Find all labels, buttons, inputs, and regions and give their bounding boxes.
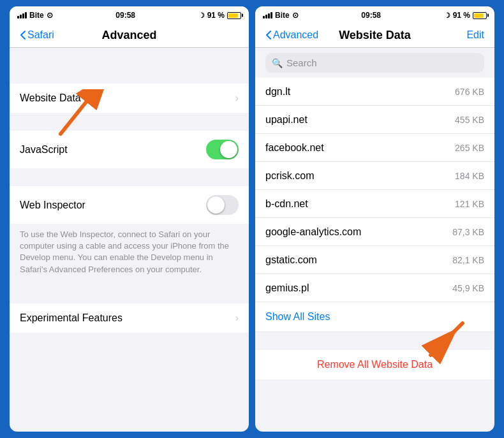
- website-size-0: 676 KB: [455, 87, 484, 97]
- website-row[interactable]: gemius.pl 45,9 KB: [255, 274, 494, 302]
- website-size-6: 82,1 KB: [452, 255, 484, 265]
- website-size-2: 265 KB: [455, 143, 484, 153]
- chevron-right-icon-website: ›: [235, 92, 239, 104]
- page-title-right: Website Data: [339, 29, 411, 42]
- website-data-row[interactable]: Website Data ›: [10, 84, 249, 113]
- website-size-7: 45,9 KB: [452, 283, 484, 293]
- website-name-3: pcrisk.com: [265, 170, 314, 182]
- remove-section: Remove All Website Data: [255, 350, 494, 379]
- edit-button[interactable]: Edit: [466, 29, 484, 41]
- signal-icon: [17, 12, 27, 18]
- website-name-7: gemius.pl: [265, 282, 309, 294]
- carrier-left: Bite: [29, 11, 44, 20]
- javascript-label: JavaScript: [20, 144, 68, 156]
- status-bar-left: Bite ⊙ 09:58 ☽ 91 %: [10, 6, 249, 24]
- moon-icon-left: ☽: [198, 11, 205, 20]
- battery-pct-left: 91 %: [207, 11, 225, 20]
- right-phone-panel: Bite ⊙ 09:58 ☽ 91 % Advanced Website Dat…: [255, 6, 494, 432]
- experimental-features-row[interactable]: Experimental Features ›: [10, 303, 249, 333]
- website-list: dgn.lt 676 KB upapi.net 455 KB facebook.…: [255, 78, 494, 432]
- website-name-4: b-cdn.net: [265, 198, 308, 210]
- website-row[interactable]: dgn.lt 676 KB: [255, 78, 494, 106]
- status-left: Bite ⊙: [17, 11, 53, 20]
- settings-group-experimental: Experimental Features ›: [10, 303, 249, 333]
- battery-icon-left: [227, 12, 241, 19]
- search-placeholder: Search: [286, 57, 317, 68]
- wifi-icon-left: ⊙: [47, 11, 53, 20]
- time-right: 09:58: [361, 11, 381, 20]
- moon-icon-right: ☽: [444, 11, 450, 20]
- search-bar-container: 🔍 Search: [255, 48, 494, 78]
- battery-pct-right: 91 %: [453, 11, 470, 20]
- website-row[interactable]: gstatic.com 82,1 KB: [255, 246, 494, 274]
- website-size-4: 121 KB: [455, 199, 484, 209]
- javascript-toggle[interactable]: [206, 140, 239, 159]
- remove-all-label[interactable]: Remove All Website Data: [317, 359, 433, 370]
- chevron-right-icon-experimental: ›: [235, 312, 239, 324]
- signal-icon-right: [263, 12, 272, 18]
- search-icon: 🔍: [272, 58, 283, 68]
- settings-content-left: Website Data › JavaScript Web Inspector: [10, 48, 249, 432]
- gap-right-bottom: [255, 332, 494, 350]
- back-label-right: Advanced: [273, 29, 318, 41]
- show-all-sites-row[interactable]: Show All Sites: [255, 302, 494, 332]
- website-size-1: 455 KB: [455, 115, 484, 125]
- website-row[interactable]: facebook.net 265 KB: [255, 134, 494, 162]
- web-inspector-toggle[interactable]: [206, 195, 239, 215]
- experimental-features-label: Experimental Features: [20, 312, 122, 324]
- show-all-sites-link[interactable]: Show All Sites: [265, 311, 330, 322]
- battery-icon-right: [473, 12, 487, 19]
- gap-mid1: [10, 113, 249, 131]
- website-name-1: upapi.net: [265, 114, 308, 126]
- website-row[interactable]: b-cdn.net 121 KB: [255, 190, 494, 218]
- website-name-6: gstatic.com: [265, 254, 317, 266]
- website-row[interactable]: upapi.net 455 KB: [255, 106, 494, 134]
- page-title-left: Advanced: [101, 29, 156, 42]
- back-button-right[interactable]: Advanced: [265, 29, 318, 41]
- website-name-0: dgn.lt: [265, 86, 290, 98]
- gap-mid3: [10, 286, 249, 303]
- website-size-3: 184 KB: [455, 171, 484, 181]
- website-row[interactable]: google-analytics.com 87,3 KB: [255, 218, 494, 246]
- website-row[interactable]: pcrisk.com 184 KB: [255, 162, 494, 190]
- website-name-2: facebook.net: [265, 142, 324, 154]
- nav-bar-left: Safari Advanced: [10, 24, 249, 48]
- back-label-left: Safari: [27, 29, 54, 41]
- toggle-knob-js: [220, 141, 237, 158]
- time-left: 09:58: [115, 11, 135, 20]
- wifi-icon-right: ⊙: [292, 11, 299, 20]
- search-bar[interactable]: 🔍 Search: [265, 53, 484, 73]
- chevron-left-icon-right: [265, 30, 272, 40]
- gap-top-left: [10, 66, 249, 84]
- status-left-right: Bite ⊙: [263, 11, 299, 20]
- toggle-knob-inspector: [207, 196, 225, 214]
- back-button-left[interactable]: Safari: [20, 29, 54, 41]
- settings-group-js: JavaScript: [10, 131, 249, 168]
- remove-all-row[interactable]: Remove All Website Data: [255, 350, 494, 379]
- website-size-5: 87,3 KB: [452, 227, 484, 237]
- website-data-label: Website Data: [20, 92, 81, 104]
- settings-group-inspector: Web Inspector: [10, 186, 249, 224]
- status-right-right: ☽ 91 %: [444, 11, 487, 20]
- settings-group-website: Website Data ›: [10, 84, 249, 113]
- status-bar-right: Bite ⊙ 09:58 ☽ 91 %: [255, 6, 494, 24]
- chevron-left-icon-left: [20, 30, 26, 40]
- carrier-right: Bite: [275, 11, 290, 20]
- website-name-5: google-analytics.com: [265, 226, 361, 238]
- nav-bar-right: Advanced Website Data Edit: [255, 24, 494, 48]
- web-inspector-description: To use the Web Inspector, connect to Saf…: [10, 224, 249, 286]
- left-phone-panel: Bite ⊙ 09:58 ☽ 91 % Safari Advanced Webs…: [10, 6, 249, 432]
- web-inspector-label: Web Inspector: [20, 200, 85, 211]
- javascript-row: JavaScript: [10, 131, 249, 168]
- gap-mid2: [10, 168, 249, 186]
- web-inspector-row: Web Inspector: [10, 186, 249, 224]
- status-right-left: ☽ 91 %: [198, 11, 241, 20]
